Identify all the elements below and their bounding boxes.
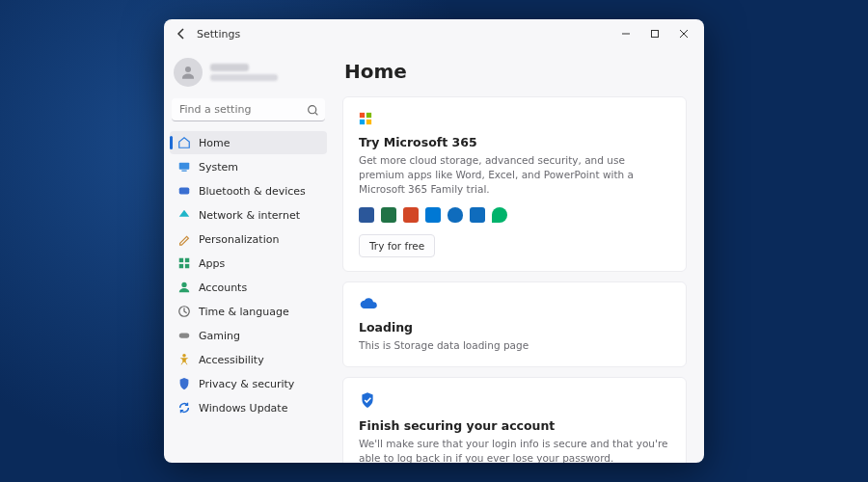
nav-time[interactable]: Time & language (170, 300, 327, 323)
nav: Home System Bluetooth & devices Network … (170, 131, 327, 419)
card-body: This is Storage data loading page (359, 338, 670, 353)
home-icon (177, 136, 191, 149)
microsoft-logo-icon (359, 111, 372, 124)
svg-point-1 (185, 67, 191, 72)
sidebar: Home System Bluetooth & devices Network … (164, 48, 333, 463)
nav-accessibility[interactable]: Accessibility (170, 348, 327, 371)
card-m365: Try Microsoft 365 Get more cloud storage… (342, 96, 687, 272)
nav-windows-update[interactable]: Windows Update (170, 396, 327, 419)
nav-gaming[interactable]: Gaming (170, 324, 327, 347)
card-title: Loading (359, 320, 670, 335)
search-box (172, 98, 325, 121)
profile-text (210, 64, 278, 81)
nav-label: Windows Update (199, 402, 287, 415)
personalization-icon (177, 232, 191, 246)
privacy-icon (177, 377, 191, 390)
nav-personalization[interactable]: Personalization (170, 228, 327, 251)
main-content: Home Try Microsoft 365 Get more cloud st… (333, 48, 704, 463)
card-title: Finish securing your account (359, 418, 670, 433)
search-icon (307, 102, 319, 120)
svg-rect-12 (179, 333, 190, 337)
card-title: Try Microsoft 365 (359, 135, 670, 149)
accessibility-icon (177, 353, 191, 366)
window-title: Settings (197, 28, 240, 40)
card-body: We'll make sure that your login info is … (359, 437, 670, 463)
word-icon (359, 207, 374, 223)
nav-bluetooth[interactable]: Bluetooth & devices (170, 179, 327, 202)
nav-label: System (199, 161, 238, 174)
svg-rect-4 (181, 171, 186, 172)
settings-window: Settings (164, 19, 704, 463)
nav-label: Time & language (199, 306, 289, 318)
nav-label: Home (199, 137, 230, 149)
profile-name-redacted (210, 64, 249, 71)
time-icon (177, 305, 191, 318)
excel-icon (381, 207, 396, 223)
svg-rect-3 (179, 163, 190, 170)
accounts-icon (177, 281, 191, 294)
nav-network[interactable]: Network & internet (170, 203, 327, 227)
profile-email-redacted (210, 74, 278, 81)
m365-app-icons (359, 207, 670, 223)
svg-rect-14 (360, 113, 365, 118)
card-secure-account: Finish securing your account We'll make … (342, 377, 687, 463)
svg-point-2 (309, 106, 316, 114)
svg-rect-8 (179, 264, 183, 268)
nav-label: Accessibility (199, 354, 264, 366)
minimize-button[interactable] (611, 20, 640, 47)
close-button[interactable] (669, 20, 698, 47)
nav-system[interactable]: System (170, 155, 327, 178)
nav-label: Bluetooth & devices (199, 185, 306, 198)
card-body: Get more cloud storage, advanced securit… (359, 153, 670, 198)
page-title: Home (344, 60, 687, 83)
gaming-icon (177, 329, 191, 342)
svg-rect-9 (185, 264, 189, 268)
svg-rect-15 (366, 113, 371, 118)
svg-point-10 (181, 282, 186, 287)
system-icon (177, 160, 191, 174)
bluetooth-icon (177, 184, 191, 198)
titlebar: Settings (164, 19, 704, 48)
nav-apps[interactable]: Apps (170, 252, 327, 275)
onedrive-cloud-icon (359, 296, 378, 314)
search-input[interactable] (172, 98, 325, 121)
apps-icon (177, 256, 191, 270)
svg-rect-16 (360, 120, 365, 124)
outlook-icon (470, 207, 485, 223)
profile-block[interactable] (170, 52, 327, 96)
nav-label: Accounts (199, 281, 247, 294)
maximize-button[interactable] (640, 20, 669, 47)
powerpoint-icon (403, 207, 419, 223)
try-for-free-button[interactable]: Try for free (359, 234, 435, 257)
network-icon (177, 208, 191, 222)
nav-label: Network & internet (199, 209, 300, 222)
svg-rect-17 (366, 120, 371, 124)
svg-rect-0 (652, 31, 659, 38)
onedrive-icon (448, 207, 463, 223)
nav-privacy[interactable]: Privacy & security (170, 372, 327, 395)
nav-home[interactable]: Home (170, 131, 327, 154)
nav-label: Gaming (199, 330, 240, 342)
avatar (174, 58, 203, 87)
shield-check-icon (359, 394, 376, 413)
back-button[interactable] (174, 26, 189, 41)
svg-point-13 (182, 354, 186, 358)
defender-icon (425, 207, 441, 223)
family-safety-icon (492, 207, 507, 223)
nav-accounts[interactable]: Accounts (170, 276, 327, 299)
nav-label: Privacy & security (199, 378, 294, 390)
card-storage: Loading This is Storage data loading pag… (342, 281, 687, 367)
svg-rect-6 (179, 258, 183, 262)
nav-label: Personalization (199, 233, 279, 246)
windows-update-icon (177, 401, 191, 415)
svg-rect-7 (185, 258, 189, 262)
nav-label: Apps (199, 257, 225, 270)
svg-rect-5 (179, 188, 190, 195)
